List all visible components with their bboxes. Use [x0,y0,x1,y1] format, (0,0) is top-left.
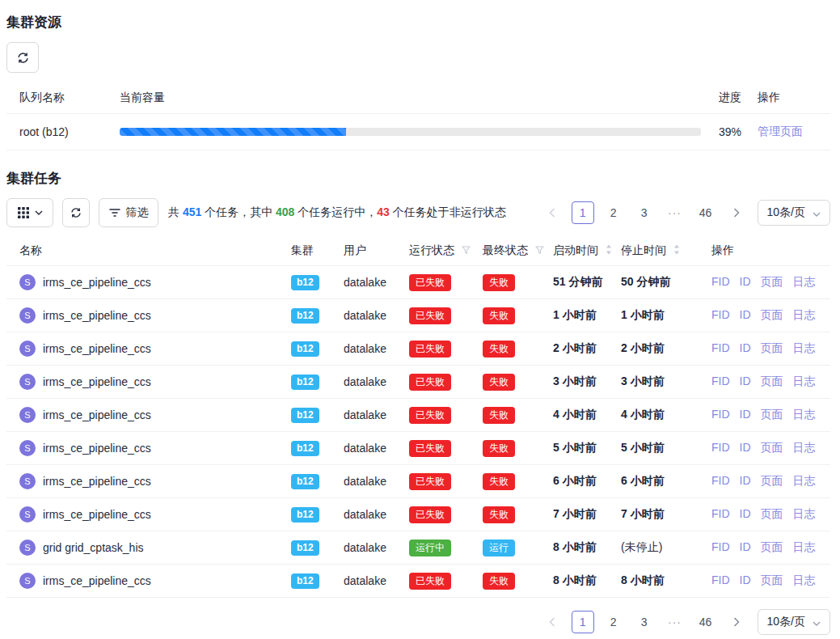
tasks-summary: 共 451 个任务，其中 408 个任务运行中，43 个任务处于非运行状态 [168,205,506,220]
action-id-link[interactable]: ID [740,540,751,555]
prev-page-button[interactable] [541,201,564,224]
stop-time: 3 小时前 [621,375,711,389]
action-page-link[interactable]: 页面 [761,308,783,323]
summary-not-running-count: 43 [377,205,390,218]
page-button-2[interactable]: 2 [602,611,625,633]
action-log-link[interactable]: 日志 [793,573,816,588]
action-fid-link[interactable]: FID [711,275,730,290]
prev-page-button[interactable] [541,611,564,633]
action-log-link[interactable]: 日志 [793,341,816,356]
cluster-badge: b12 [291,540,319,556]
start-time: 7 小时前 [553,507,621,522]
action-page-link[interactable]: 页面 [761,573,783,588]
sorter-icon[interactable] [673,244,680,257]
summary-text: 个任务处于非运行状态 [390,205,506,218]
action-fid-link[interactable]: FID [711,474,730,489]
action-page-link[interactable]: 页面 [761,275,783,290]
avatar: S [19,374,36,390]
stop-time: 8 小时前 [621,573,711,588]
action-page-link[interactable]: 页面 [761,441,783,455]
action-log-link[interactable]: 日志 [793,540,816,555]
page-ellipsis[interactable]: ··· [664,611,686,633]
action-fid-link[interactable]: FID [711,441,730,455]
summary-text: 共 [168,205,183,218]
cluster-badge: b12 [291,441,319,456]
table-row: S irms_ce_pipeline_ccs b12 datalake 已失败 … [6,266,830,299]
table-row: S irms_ce_pipeline_ccs b12 datalake 已失败 … [6,432,830,465]
tasks-toolbar: 筛选 共 451 个任务，其中 408 个任务运行中，43 个任务处于非运行状态… [6,198,830,227]
manage-page-link[interactable]: 管理页面 [758,125,803,138]
resources-refresh-button[interactable] [6,42,39,73]
action-id-link[interactable]: ID [740,474,751,489]
action-log-link[interactable]: 日志 [793,275,816,290]
action-id-link[interactable]: ID [740,308,751,323]
pagination-top: 1 2 3 ··· 46 10条/页 [541,200,830,226]
avatar: S [19,506,36,523]
run-status-badge: 已失败 [409,341,451,358]
page-button-1[interactable]: 1 [572,201,594,224]
action-log-link[interactable]: 日志 [793,507,816,522]
action-fid-link[interactable]: FID [711,540,730,555]
next-page-button[interactable] [725,201,748,224]
action-id-link[interactable]: ID [740,573,751,588]
page-button-46[interactable]: 46 [694,611,717,633]
page-button-3[interactable]: 3 [633,611,656,633]
action-fid-link[interactable]: FID [711,408,730,422]
action-page-link[interactable]: 页面 [761,375,783,389]
action-id-link[interactable]: ID [740,441,751,455]
action-id-link[interactable]: ID [740,507,751,522]
table-row: S grid grid_cptask_his b12 datalake 运行中 … [6,531,830,565]
cluster-badge: b12 [291,507,319,523]
final-status-badge: 运行 [483,540,515,556]
action-id-link[interactable]: ID [740,341,751,356]
cluster-badge: b12 [291,275,319,290]
page-button-2[interactable]: 2 [602,201,625,224]
filter-button[interactable]: 筛选 [99,198,158,227]
action-page-link[interactable]: 页面 [761,341,783,356]
resources-table-row: root (b12) 39% 管理页面 [6,114,830,150]
funnel-filter-icon[interactable] [462,244,471,257]
task-name: irms_ce_pipeline_ccs [43,309,151,322]
next-page-button[interactable] [725,611,748,633]
page-ellipsis[interactable]: ··· [664,201,686,224]
avatar: S [19,341,36,357]
cluster-resources-title: 集群资源 [6,13,830,32]
filter-button-label: 筛选 [126,205,149,220]
action-fid-link[interactable]: FID [711,573,730,588]
table-row: S irms_ce_pipeline_ccs b12 datalake 已失败 … [6,498,830,531]
action-page-link[interactable]: 页面 [761,540,783,555]
action-log-link[interactable]: 日志 [793,375,816,389]
row-actions: FIDID页面日志 [711,507,817,522]
funnel-filter-icon[interactable] [535,244,544,257]
action-id-link[interactable]: ID [740,275,751,290]
page-button-1[interactable]: 1 [572,611,594,633]
page-size-select[interactable]: 10条/页 [758,200,830,226]
action-fid-link[interactable]: FID [711,375,730,389]
sorter-icon[interactable] [606,244,612,257]
action-page-link[interactable]: 页面 [761,408,783,422]
row-actions: FIDID页面日志 [711,308,817,323]
column-settings-button[interactable] [6,198,53,227]
action-page-link[interactable]: 页面 [761,474,783,489]
page-button-46[interactable]: 46 [694,201,717,224]
action-fid-link[interactable]: FID [711,341,730,356]
stop-time: 5 小时前 [621,441,711,455]
action-fid-link[interactable]: FID [711,308,730,323]
avatar: S [19,440,36,456]
user-name: datalake [344,508,386,521]
col-start-time: 启动时间 [553,243,621,258]
tasks-refresh-button[interactable] [62,198,90,227]
action-id-link[interactable]: ID [740,375,751,389]
page-button-3[interactable]: 3 [633,201,656,224]
action-id-link[interactable]: ID [740,408,751,422]
final-status-badge: 失败 [483,274,515,291]
action-log-link[interactable]: 日志 [793,441,816,455]
user-name: datalake [344,408,386,421]
action-log-link[interactable]: 日志 [793,408,816,422]
action-log-link[interactable]: 日志 [793,474,816,489]
page-size-select[interactable]: 10条/页 [758,609,830,635]
action-page-link[interactable]: 页面 [761,507,783,522]
action-fid-link[interactable]: FID [711,507,730,522]
action-log-link[interactable]: 日志 [793,308,816,323]
table-row: S irms_ce_pipeline_ccs b12 datalake 已失败 … [6,366,830,399]
